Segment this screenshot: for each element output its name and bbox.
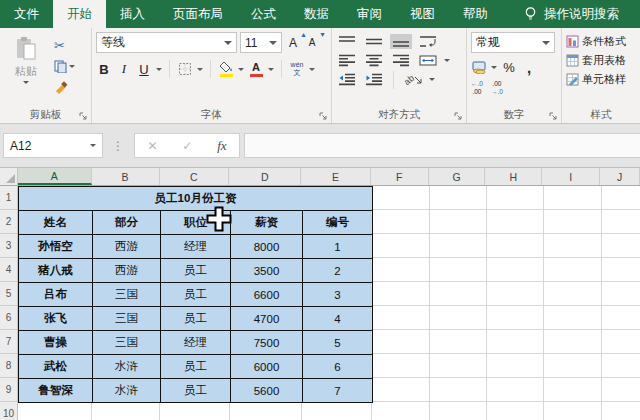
cell-A7[interactable]: 曹操 [19,331,93,355]
cell-E3[interactable]: 1 [303,235,373,259]
row-header-8[interactable]: 8 [0,354,17,378]
cell-C4[interactable]: 员工 [161,259,231,283]
cell-D9[interactable]: 5600 [231,379,303,403]
row-header-10[interactable]: 10 [0,402,17,420]
column-header-E[interactable]: E [301,168,371,185]
cell-E7[interactable]: 5 [303,331,373,355]
row-header-4[interactable]: 4 [0,258,17,282]
conditional-formatting-button[interactable]: 条件格式 [566,32,636,51]
phonetic-dropdown-icon[interactable] [309,68,315,71]
cell-B7[interactable]: 三国 [93,331,161,355]
fill-color-dropdown-icon[interactable] [238,68,244,71]
cell-C3[interactable]: 经理 [161,235,231,259]
cell-D6[interactable]: 4700 [231,307,303,331]
copy-button[interactable] [54,58,75,74]
insert-function-button[interactable]: fx [217,138,226,154]
font-dialog-launcher-icon[interactable] [319,112,328,121]
percent-style-button[interactable]: % [501,58,517,76]
tell-me-search[interactable]: 操作说明搜索 [502,0,619,28]
row-header-3[interactable]: 3 [0,234,17,258]
accounting-format-button[interactable] [471,58,487,76]
cell-A6[interactable]: 张飞 [19,307,93,331]
cell-B8[interactable]: 水浒 [93,355,161,379]
row-header-1[interactable]: 1 [0,186,17,210]
column-header-D[interactable]: D [229,168,301,185]
row-header-9[interactable]: 9 [0,378,17,402]
align-bottom-button[interactable] [390,34,412,49]
cell-C7[interactable]: 经理 [161,331,231,355]
column-header-G[interactable]: G [429,168,486,185]
cell-A4[interactable]: 猪八戒 [19,259,93,283]
borders-dropdown-icon[interactable] [197,68,203,71]
table-title-cell[interactable]: 员工10月份工资 [19,187,373,211]
cell-B5[interactable]: 三国 [93,283,161,307]
orientation-dropdown-icon[interactable] [429,78,435,81]
number-format-combo[interactable]: 常规 [471,32,555,53]
cell-B9[interactable]: 水浒 [93,379,161,403]
italic-button[interactable]: I [116,60,132,78]
row-header-6[interactable]: 6 [0,306,17,330]
cell-D8[interactable]: 6000 [231,355,303,379]
ribbon-tab-8[interactable]: 帮助 [449,0,502,28]
column-header-A[interactable]: A [18,168,92,185]
grow-font-button[interactable]: A▲ [285,34,301,52]
cell-E4[interactable]: 2 [303,259,373,283]
column-header-B[interactable]: B [92,168,160,185]
cell-C9[interactable]: 员工 [161,379,231,403]
table-header-cell-4[interactable]: 编号 [303,211,373,235]
ribbon-tab-3[interactable]: 页面布局 [159,0,237,28]
cell-A3[interactable]: 孙悟空 [19,235,93,259]
ribbon-tab-5[interactable]: 数据 [290,0,343,28]
bold-button[interactable]: B [96,60,112,78]
cell-E6[interactable]: 4 [303,307,373,331]
select-all-button[interactable] [0,168,18,185]
row-header-2[interactable]: 2 [0,210,17,234]
table-header-cell-2[interactable]: 职位 [161,211,231,235]
column-header-C[interactable]: C [160,168,230,185]
align-right-button[interactable] [390,53,412,68]
cell-D5[interactable]: 6600 [231,283,303,307]
merge-dropdown-icon[interactable] [444,59,450,62]
confirm-entry-icon[interactable]: ✓ [182,139,192,153]
clipboard-dialog-launcher-icon[interactable] [79,112,88,121]
format-painter-button[interactable] [54,79,75,95]
cell-C8[interactable]: 员工 [161,355,231,379]
cell-B6[interactable]: 三国 [93,307,161,331]
borders-button[interactable] [177,60,193,78]
font-color-button[interactable]: A [248,60,264,78]
increase-decimal-button[interactable]: ←.0 .00 [471,80,483,96]
cell-A8[interactable]: 武松 [19,355,93,379]
cell-E8[interactable]: 6 [303,355,373,379]
cancel-entry-icon[interactable]: ✕ [147,139,157,153]
font-color-dropdown-icon[interactable] [268,68,274,71]
formula-input[interactable] [244,133,640,158]
align-middle-button[interactable] [363,34,385,49]
column-header-F[interactable]: F [371,168,429,185]
font-name-combo[interactable]: 等线 [96,32,237,53]
comma-style-button[interactable]: , [521,58,537,76]
align-center-button[interactable] [363,53,385,68]
accounting-dropdown-icon[interactable] [491,66,497,69]
cell-styles-button[interactable]: 单元格样 [566,70,636,89]
cell-B3[interactable]: 西游 [93,235,161,259]
ribbon-tab-6[interactable]: 审阅 [343,0,396,28]
table-header-cell-0[interactable]: 姓名 [19,211,93,235]
align-top-button[interactable] [336,34,358,49]
cell-D3[interactable]: 8000 [231,235,303,259]
orientation-button[interactable]: ab [402,74,424,86]
table-header-cell-1[interactable]: 部分 [93,211,161,235]
fill-color-button[interactable] [218,60,234,78]
cell-A9[interactable]: 鲁智深 [19,379,93,403]
cell-C6[interactable]: 员工 [161,307,231,331]
ribbon-tab-4[interactable]: 公式 [237,0,290,28]
cell-A5[interactable]: 吕布 [19,283,93,307]
table-header-cell-3[interactable]: 薪资 [231,211,303,235]
ribbon-tab-0[interactable]: 文件 [0,0,53,28]
decrease-decimal-button[interactable]: .00 →.0 [491,80,503,96]
number-dialog-launcher-icon[interactable] [549,112,558,121]
underline-button[interactable]: U [136,60,152,78]
cell-C5[interactable]: 员工 [161,283,231,307]
decrease-indent-button[interactable] [336,72,358,87]
cells-area[interactable]: 员工10月份工资姓名部分职位薪资编号孙悟空西游经理80001猪八戒西游员工350… [18,186,640,420]
paste-button[interactable]: 粘贴 [4,32,48,107]
